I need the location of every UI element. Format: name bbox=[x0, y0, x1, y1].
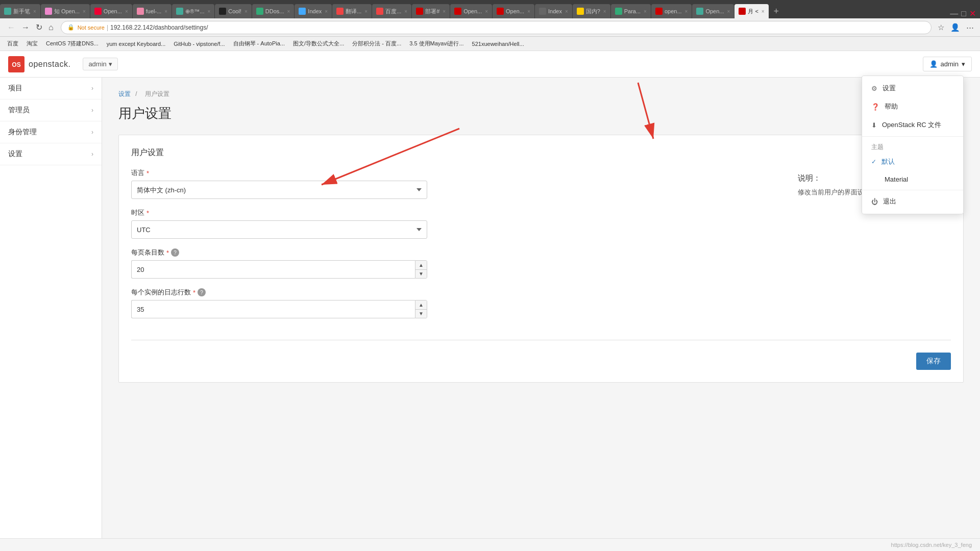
log-lines-input[interactable] bbox=[131, 300, 415, 318]
log-lines-decrement[interactable]: ▼ bbox=[415, 310, 427, 318]
tab-3[interactable]: Open... × bbox=[90, 4, 132, 18]
save-button[interactable]: 保存 bbox=[916, 353, 951, 370]
sidebar-item-admin[interactable]: 管理员 › bbox=[0, 99, 102, 121]
tab-15[interactable]: 国内? × bbox=[573, 4, 610, 18]
tab-close[interactable]: × bbox=[727, 9, 730, 14]
home-button[interactable]: ⌂ bbox=[45, 21, 57, 34]
form-divider bbox=[131, 340, 951, 340]
tab-close[interactable]: × bbox=[644, 9, 647, 14]
tab-1[interactable]: 新手笔 × bbox=[0, 4, 40, 18]
sidebar-item-project[interactable]: 项目 › bbox=[0, 78, 102, 99]
tab-favicon bbox=[299, 8, 306, 15]
menu-item-theme-material[interactable]: Material bbox=[862, 171, 963, 188]
log-lines-required: * bbox=[193, 289, 195, 296]
tab-close[interactable]: × bbox=[325, 9, 328, 14]
bookmark-centos[interactable]: CentOS 7搭建DNS... bbox=[43, 39, 102, 48]
breadcrumb-separator: / bbox=[135, 90, 137, 97]
maximize-button[interactable]: □ bbox=[961, 9, 966, 18]
tab-2[interactable]: 知 Open... × bbox=[41, 4, 90, 18]
tab-label: fuel-... bbox=[146, 8, 162, 14]
tab-close[interactable]: × bbox=[244, 9, 248, 14]
tab-label: 月 < bbox=[748, 8, 758, 15]
bookmark-mayavi[interactable]: 3.5 使用Mayavi进行... bbox=[406, 39, 467, 48]
tab-close[interactable]: × bbox=[287, 9, 290, 14]
profile-button[interactable]: 👤 bbox=[948, 21, 962, 34]
tab-close[interactable]: × bbox=[685, 9, 688, 14]
items-per-page-decrement[interactable]: ▼ bbox=[415, 270, 427, 279]
tab-close[interactable]: × bbox=[603, 9, 606, 14]
tab-9[interactable]: 翻译... × bbox=[332, 4, 372, 18]
tab-5[interactable]: ⊕®™... × bbox=[172, 4, 214, 18]
tab-favicon bbox=[416, 8, 423, 15]
tab-14[interactable]: Index × bbox=[535, 4, 572, 18]
tab-4[interactable]: fuel-... × bbox=[133, 4, 172, 18]
items-per-page-input[interactable] bbox=[131, 260, 415, 279]
tab-17[interactable]: open... × bbox=[651, 4, 692, 18]
tab-close[interactable]: × bbox=[125, 9, 128, 14]
minimize-button[interactable]: — bbox=[950, 9, 958, 18]
menu-item-theme-default[interactable]: ✓ 默认 bbox=[862, 153, 963, 171]
refresh-button[interactable]: ↻ bbox=[33, 20, 45, 34]
menu-item-rc-file[interactable]: ⬇ OpenStack RC 文件 bbox=[862, 116, 963, 134]
address-bar[interactable]: 🔒 Not secure | 192.168.22.142/dashboard/… bbox=[61, 21, 932, 34]
close-button[interactable]: ✕ bbox=[969, 9, 976, 18]
tab-11[interactable]: 部署# × bbox=[412, 4, 450, 18]
tab-close[interactable]: × bbox=[207, 9, 210, 14]
sidebar-item-settings[interactable]: 设置 › bbox=[0, 143, 102, 165]
bookmark-yum[interactable]: yum except Keyboard... bbox=[104, 40, 169, 48]
bookmark-calc[interactable]: 分部积分法 - 百度... bbox=[349, 39, 404, 48]
tab-close[interactable]: × bbox=[443, 9, 446, 14]
timezone-required: * bbox=[146, 209, 149, 217]
breadcrumb-settings-link[interactable]: 设置 bbox=[118, 90, 131, 97]
app-container: OS openstack. admin ▾ 👤 admin ▾ 项目 › 管理员 bbox=[0, 51, 980, 551]
log-lines-increment[interactable]: ▲ bbox=[415, 300, 427, 310]
tab-close[interactable]: × bbox=[404, 9, 407, 14]
tab-16[interactable]: Para... × bbox=[611, 4, 651, 18]
bookmark-math[interactable]: 图文/导数公式大全... bbox=[290, 39, 347, 48]
language-select[interactable]: 简体中文 (zh-cn) English (en) bbox=[131, 181, 427, 199]
bookmark-piano[interactable]: 自由钢琴 - AutoPia... bbox=[230, 39, 288, 48]
chevron-right-icon: › bbox=[91, 151, 93, 158]
tab-close[interactable]: × bbox=[33, 9, 36, 14]
bookmark-github[interactable]: GitHub - vipstone/f... bbox=[170, 40, 228, 48]
tab-18[interactable]: Open... × bbox=[692, 4, 734, 18]
back-button[interactable]: ← bbox=[4, 21, 18, 34]
forward-button[interactable]: → bbox=[18, 21, 33, 34]
tab-12[interactable]: Open... × bbox=[450, 4, 492, 18]
tab-6[interactable]: Cool! × bbox=[215, 4, 252, 18]
tab-close[interactable]: × bbox=[83, 9, 86, 14]
tab-8[interactable]: Index × bbox=[295, 4, 332, 18]
bookmark-taobao[interactable]: 淘宝 bbox=[23, 39, 41, 48]
menu-item-help[interactable]: ❓ 帮助 bbox=[862, 97, 963, 116]
bookmark-baidu[interactable]: 百度 bbox=[4, 39, 21, 48]
menu-item-settings[interactable]: ⚙ 设置 bbox=[862, 79, 963, 97]
bookmarks-bar: 百度 淘宝 CentOS 7搭建DNS... yum except Keyboa… bbox=[0, 37, 980, 51]
tab-close[interactable]: × bbox=[527, 9, 530, 14]
tab-close[interactable]: × bbox=[364, 9, 368, 14]
tab-close[interactable]: × bbox=[762, 9, 765, 14]
more-button[interactable]: ⋯ bbox=[964, 21, 976, 34]
tab-19-active[interactable]: 月 < × bbox=[734, 4, 768, 18]
tab-label: 部署# bbox=[425, 8, 439, 15]
log-lines-help-icon[interactable]: ? bbox=[198, 288, 206, 296]
tab-close[interactable]: × bbox=[164, 9, 167, 14]
items-per-page-help-icon[interactable]: ? bbox=[171, 248, 179, 257]
security-icon: 🔒 bbox=[67, 24, 75, 31]
tab-close[interactable]: × bbox=[485, 9, 488, 14]
admin-user-button[interactable]: 👤 admin ▾ bbox=[923, 57, 972, 71]
items-per-page-increment[interactable]: ▲ bbox=[415, 261, 427, 270]
main-content: 设置 / 用户设置 用户设置 用户设置 语言 * bbox=[102, 78, 980, 538]
admin-dropdown[interactable]: admin ▾ bbox=[83, 58, 117, 70]
tab-10[interactable]: 百度... × bbox=[372, 4, 411, 18]
bookmark-github2[interactable]: 521xueweihan/Hell... bbox=[469, 40, 527, 48]
timezone-select[interactable]: UTC Asia/Shanghai bbox=[131, 220, 427, 239]
tab-7[interactable]: DDos... × bbox=[252, 4, 295, 18]
app-footer: https://blog.csdn.net/key_3_feng bbox=[0, 538, 980, 551]
tab-label: Open... bbox=[506, 8, 524, 14]
sidebar-item-identity[interactable]: 身份管理 › bbox=[0, 121, 102, 143]
new-tab-button[interactable]: + bbox=[769, 4, 783, 18]
tab-close[interactable]: × bbox=[565, 9, 568, 14]
tab-13[interactable]: Open... × bbox=[493, 4, 534, 18]
bookmark-star-button[interactable]: ☆ bbox=[936, 21, 946, 34]
menu-item-logout[interactable]: ⏻ 退出 bbox=[862, 192, 963, 211]
